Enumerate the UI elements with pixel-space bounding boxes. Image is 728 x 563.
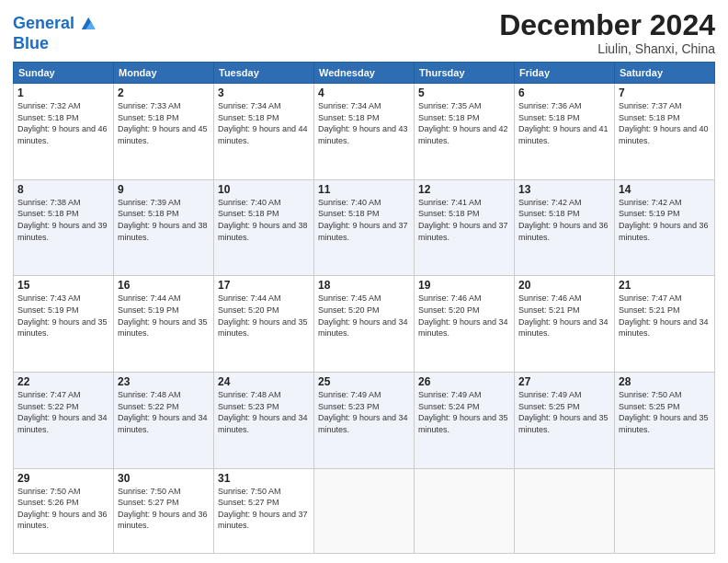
day-number: 26 xyxy=(418,375,510,388)
day-info: Sunrise: 7:44 AM Sunset: 5:20 PM Dayligh… xyxy=(218,293,310,339)
table-cell: 21 Sunrise: 7:47 AM Sunset: 5:21 PM Dayl… xyxy=(615,276,715,373)
table-cell: 18 Sunrise: 7:45 AM Sunset: 5:20 PM Dayl… xyxy=(314,276,415,373)
calendar-header-row: Sunday Monday Tuesday Wednesday Thursday… xyxy=(14,63,715,84)
day-number: 17 xyxy=(218,279,310,292)
day-info: Sunrise: 7:50 AM Sunset: 5:27 PM Dayligh… xyxy=(118,486,210,532)
logo: General Blue xyxy=(13,13,97,53)
table-cell: 20 Sunrise: 7:46 AM Sunset: 5:21 PM Dayl… xyxy=(515,276,615,373)
day-number: 4 xyxy=(318,86,410,99)
day-number: 8 xyxy=(17,183,109,196)
month-title: December 2024 xyxy=(499,9,715,41)
col-monday: Monday xyxy=(114,63,214,84)
day-number: 21 xyxy=(619,279,711,292)
day-number: 20 xyxy=(518,279,610,292)
day-info: Sunrise: 7:34 AM Sunset: 5:18 PM Dayligh… xyxy=(318,100,410,146)
day-number: 23 xyxy=(118,375,210,388)
day-number: 19 xyxy=(418,279,510,292)
day-number: 25 xyxy=(318,375,410,388)
table-cell: 31 Sunrise: 7:50 AM Sunset: 5:27 PM Dayl… xyxy=(214,468,314,553)
logo-text-line2: Blue xyxy=(13,35,97,53)
day-info: Sunrise: 7:47 AM Sunset: 5:22 PM Dayligh… xyxy=(17,389,109,435)
day-number: 24 xyxy=(218,375,310,388)
day-info: Sunrise: 7:50 AM Sunset: 5:25 PM Dayligh… xyxy=(619,389,711,435)
col-tuesday: Tuesday xyxy=(214,63,314,84)
day-info: Sunrise: 7:50 AM Sunset: 5:26 PM Dayligh… xyxy=(17,486,109,532)
day-number: 22 xyxy=(17,375,109,388)
day-info: Sunrise: 7:47 AM Sunset: 5:21 PM Dayligh… xyxy=(619,293,711,339)
table-cell: 25 Sunrise: 7:49 AM Sunset: 5:23 PM Dayl… xyxy=(314,373,415,469)
day-info: Sunrise: 7:42 AM Sunset: 5:19 PM Dayligh… xyxy=(619,197,711,243)
table-cell: 10 Sunrise: 7:40 AM Sunset: 5:18 PM Dayl… xyxy=(214,179,314,276)
day-number: 15 xyxy=(17,279,109,292)
day-info: Sunrise: 7:40 AM Sunset: 5:18 PM Dayligh… xyxy=(218,197,310,243)
table-cell: 12 Sunrise: 7:41 AM Sunset: 5:18 PM Dayl… xyxy=(415,179,515,276)
table-cell: 14 Sunrise: 7:42 AM Sunset: 5:19 PM Dayl… xyxy=(615,179,715,276)
day-number: 27 xyxy=(518,375,610,388)
day-number: 18 xyxy=(318,279,410,292)
day-info: Sunrise: 7:46 AM Sunset: 5:21 PM Dayligh… xyxy=(518,293,610,339)
day-info: Sunrise: 7:41 AM Sunset: 5:18 PM Dayligh… xyxy=(418,197,510,243)
day-number: 30 xyxy=(118,472,210,485)
table-cell: 1 Sunrise: 7:32 AM Sunset: 5:18 PM Dayli… xyxy=(14,84,114,180)
table-cell: 22 Sunrise: 7:47 AM Sunset: 5:22 PM Dayl… xyxy=(14,373,114,469)
table-cell: 4 Sunrise: 7:34 AM Sunset: 5:18 PM Dayli… xyxy=(314,84,415,180)
location: Liulin, Shanxi, China xyxy=(499,41,715,56)
day-number: 29 xyxy=(17,472,109,485)
day-number: 3 xyxy=(218,86,310,99)
day-number: 1 xyxy=(17,86,109,99)
table-cell xyxy=(615,468,715,553)
day-info: Sunrise: 7:34 AM Sunset: 5:18 PM Dayligh… xyxy=(218,100,310,146)
day-info: Sunrise: 7:37 AM Sunset: 5:18 PM Dayligh… xyxy=(619,100,711,146)
day-number: 14 xyxy=(619,183,711,196)
day-info: Sunrise: 7:44 AM Sunset: 5:19 PM Dayligh… xyxy=(118,293,210,339)
day-info: Sunrise: 7:43 AM Sunset: 5:19 PM Dayligh… xyxy=(17,293,109,339)
day-info: Sunrise: 7:33 AM Sunset: 5:18 PM Dayligh… xyxy=(118,100,210,146)
table-cell xyxy=(515,468,615,553)
day-info: Sunrise: 7:39 AM Sunset: 5:18 PM Dayligh… xyxy=(118,197,210,243)
page: General Blue December 2024 Liulin, Shanx… xyxy=(0,0,728,563)
col-sunday: Sunday xyxy=(14,63,114,84)
day-number: 7 xyxy=(619,86,711,99)
day-info: Sunrise: 7:42 AM Sunset: 5:18 PM Dayligh… xyxy=(518,197,610,243)
table-cell: 7 Sunrise: 7:37 AM Sunset: 5:18 PM Dayli… xyxy=(615,84,715,180)
logo-icon xyxy=(76,13,97,33)
table-cell: 8 Sunrise: 7:38 AM Sunset: 5:18 PM Dayli… xyxy=(14,179,114,276)
table-cell: 5 Sunrise: 7:35 AM Sunset: 5:18 PM Dayli… xyxy=(415,84,515,180)
day-number: 9 xyxy=(118,183,210,196)
table-cell: 6 Sunrise: 7:36 AM Sunset: 5:18 PM Dayli… xyxy=(515,84,615,180)
table-cell: 30 Sunrise: 7:50 AM Sunset: 5:27 PM Dayl… xyxy=(114,468,214,553)
header: General Blue December 2024 Liulin, Shanx… xyxy=(13,9,715,56)
table-cell: 15 Sunrise: 7:43 AM Sunset: 5:19 PM Dayl… xyxy=(14,276,114,373)
day-number: 13 xyxy=(518,183,610,196)
col-friday: Friday xyxy=(515,63,615,84)
table-cell: 27 Sunrise: 7:49 AM Sunset: 5:25 PM Dayl… xyxy=(515,373,615,469)
day-number: 11 xyxy=(318,183,410,196)
day-info: Sunrise: 7:49 AM Sunset: 5:25 PM Dayligh… xyxy=(518,389,610,435)
day-number: 31 xyxy=(218,472,310,485)
table-cell: 17 Sunrise: 7:44 AM Sunset: 5:20 PM Dayl… xyxy=(214,276,314,373)
title-block: December 2024 Liulin, Shanxi, China xyxy=(499,9,715,56)
table-cell: 24 Sunrise: 7:48 AM Sunset: 5:23 PM Dayl… xyxy=(214,373,314,469)
table-cell: 2 Sunrise: 7:33 AM Sunset: 5:18 PM Dayli… xyxy=(114,84,214,180)
day-info: Sunrise: 7:35 AM Sunset: 5:18 PM Dayligh… xyxy=(418,100,510,146)
table-cell: 13 Sunrise: 7:42 AM Sunset: 5:18 PM Dayl… xyxy=(515,179,615,276)
day-number: 10 xyxy=(218,183,310,196)
table-cell: 28 Sunrise: 7:50 AM Sunset: 5:25 PM Dayl… xyxy=(615,373,715,469)
day-info: Sunrise: 7:49 AM Sunset: 5:23 PM Dayligh… xyxy=(318,389,410,435)
day-info: Sunrise: 7:50 AM Sunset: 5:27 PM Dayligh… xyxy=(218,486,310,532)
col-wednesday: Wednesday xyxy=(314,63,415,84)
table-cell: 16 Sunrise: 7:44 AM Sunset: 5:19 PM Dayl… xyxy=(114,276,214,373)
table-cell: 19 Sunrise: 7:46 AM Sunset: 5:20 PM Dayl… xyxy=(415,276,515,373)
day-number: 5 xyxy=(418,86,510,99)
table-cell: 11 Sunrise: 7:40 AM Sunset: 5:18 PM Dayl… xyxy=(314,179,415,276)
day-info: Sunrise: 7:45 AM Sunset: 5:20 PM Dayligh… xyxy=(318,293,410,339)
table-cell: 26 Sunrise: 7:49 AM Sunset: 5:24 PM Dayl… xyxy=(415,373,515,469)
table-cell: 29 Sunrise: 7:50 AM Sunset: 5:26 PM Dayl… xyxy=(14,468,114,553)
day-info: Sunrise: 7:40 AM Sunset: 5:18 PM Dayligh… xyxy=(318,197,410,243)
day-info: Sunrise: 7:38 AM Sunset: 5:18 PM Dayligh… xyxy=(17,197,109,243)
day-info: Sunrise: 7:48 AM Sunset: 5:23 PM Dayligh… xyxy=(218,389,310,435)
table-cell: 23 Sunrise: 7:48 AM Sunset: 5:22 PM Dayl… xyxy=(114,373,214,469)
day-number: 16 xyxy=(118,279,210,292)
day-info: Sunrise: 7:49 AM Sunset: 5:24 PM Dayligh… xyxy=(418,389,510,435)
day-info: Sunrise: 7:32 AM Sunset: 5:18 PM Dayligh… xyxy=(17,100,109,146)
